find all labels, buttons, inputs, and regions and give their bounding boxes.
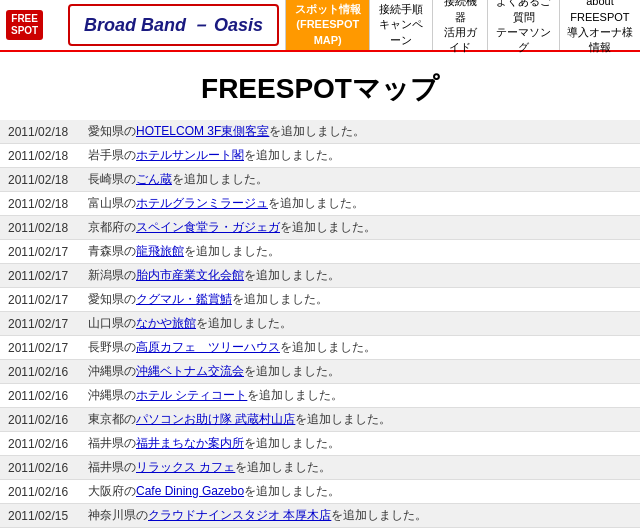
table-row: 2011/02/16福井県のリラックス カフェを追加しました。 — [0, 456, 640, 480]
text-after: を追加しました。 — [269, 124, 365, 138]
nav-spot-info[interactable]: スポット情報 (FREESPOT MAP) — [285, 0, 369, 50]
date-cell: 2011/02/17 — [0, 336, 80, 360]
text-after: を追加しました。 — [184, 244, 280, 258]
date-cell: 2011/02/17 — [0, 264, 80, 288]
text-before: 岩手県の — [88, 148, 136, 162]
table-row: 2011/02/15神奈川県のクラウドナインスタジオ 本厚木店を追加しました。 — [0, 504, 640, 528]
spot-link[interactable]: ホテル シティコート — [136, 388, 247, 402]
content-cell: 神奈川県のクラウドナインスタジオ 本厚木店を追加しました。 — [80, 504, 640, 528]
text-before: 沖縄県の — [88, 364, 136, 378]
date-cell: 2011/02/16 — [0, 456, 80, 480]
spot-link[interactable]: 胎内市産業文化会館 — [136, 268, 244, 282]
spot-link[interactable]: リラックス カフェ — [136, 460, 235, 474]
text-before: 福井県の — [88, 436, 136, 450]
text-before: 新潟県の — [88, 268, 136, 282]
spot-link[interactable]: ホテルグランミラージュ — [136, 196, 268, 210]
spot-link[interactable]: ごん蔵 — [136, 172, 172, 186]
text-before: 富山県の — [88, 196, 136, 210]
spot-link[interactable]: なかや旅館 — [136, 316, 196, 330]
spot-link[interactable]: Cafe Dining Gazebo — [136, 484, 244, 498]
text-before: 長野県の — [88, 340, 136, 354]
nav-faq[interactable]: よくあるご質問 テーマソング — [487, 0, 558, 50]
spot-link[interactable]: クラウドナインスタジオ 本厚木店 — [148, 508, 331, 522]
text-after: を追加しました。 — [247, 388, 343, 402]
spot-link[interactable]: HOTELCOM 3F東側客室 — [136, 124, 269, 138]
text-after: を追加しました。 — [280, 340, 376, 354]
spot-link[interactable]: 高原カフェ ツリーハウス — [136, 340, 280, 354]
spot-link[interactable]: 龍飛旅館 — [136, 244, 184, 258]
table-row: 2011/02/18富山県のホテルグランミラージュを追加しました。 — [0, 192, 640, 216]
text-after: を追加しました。 — [196, 316, 292, 330]
spot-link[interactable]: スペイン食堂ラ・ガジェガ — [136, 220, 280, 234]
text-before: 大阪府の — [88, 484, 136, 498]
text-before: 山口県の — [88, 316, 136, 330]
nav-equipment[interactable]: 接続機器 活用ガイド — [432, 0, 487, 50]
date-cell: 2011/02/16 — [0, 384, 80, 408]
spot-link[interactable]: クグマル・鑑賞鯖 — [136, 292, 232, 306]
text-before: 愛知県の — [88, 292, 136, 306]
text-before: 京都府の — [88, 220, 136, 234]
nav-connection[interactable]: 接続手順 キャンペーン — [369, 0, 432, 50]
page-title-area: FREESPOTマップ — [0, 52, 640, 120]
text-before: 福井県の — [88, 460, 136, 474]
table-row: 2011/02/16沖縄県の沖縄ベトナム交流会を追加しました。 — [0, 360, 640, 384]
table-row: 2011/02/18岩手県のホテルサンルート閣を追加しました。 — [0, 144, 640, 168]
content-cell: 沖縄県の沖縄ベトナム交流会を追加しました。 — [80, 360, 640, 384]
text-after: を追加しました。 — [244, 148, 340, 162]
content-cell: 富山県のホテルグランミラージュを追加しました。 — [80, 192, 640, 216]
table-row: 2011/02/16沖縄県のホテル シティコートを追加しました。 — [0, 384, 640, 408]
page-title: FREESPOTマップ — [20, 70, 620, 108]
table-row: 2011/02/18愛知県のHOTELCOM 3F東側客室を追加しました。 — [0, 120, 640, 144]
content-cell: 岩手県のホテルサンルート閣を追加しました。 — [80, 144, 640, 168]
content-cell: 福井県のリラックス カフェを追加しました。 — [80, 456, 640, 480]
content-cell: 青森県の龍飛旅館を追加しました。 — [80, 240, 640, 264]
content-cell: 長野県の高原カフェ ツリーハウスを追加しました。 — [80, 336, 640, 360]
spot-link[interactable]: パソコンお助け隊 武蔵村山店 — [136, 412, 295, 426]
logo-area: FREE SPOT — [0, 0, 68, 50]
content-cell: 愛知県のクグマル・鑑賞鯖を追加しました。 — [80, 288, 640, 312]
table-row: 2011/02/17愛知県のクグマル・鑑賞鯖を追加しました。 — [0, 288, 640, 312]
content-cell: 新潟県の胎内市産業文化会館を追加しました。 — [80, 264, 640, 288]
table-row: 2011/02/16大阪府のCafe Dining Gazeboを追加しました。 — [0, 480, 640, 504]
text-after: を追加しました。 — [232, 292, 328, 306]
nav-about[interactable]: about FREESPOT 導入オーナ様情報 — [559, 0, 640, 50]
date-cell: 2011/02/16 — [0, 432, 80, 456]
table-row: 2011/02/18長崎県のごん蔵を追加しました。 — [0, 168, 640, 192]
text-after: を追加しました。 — [244, 364, 340, 378]
spot-link[interactable]: ホテルサンルート閣 — [136, 148, 244, 162]
date-cell: 2011/02/18 — [0, 168, 80, 192]
table-row: 2011/02/16東京都のパソコンお助け隊 武蔵村山店を追加しました。 — [0, 408, 640, 432]
text-after: を追加しました。 — [244, 484, 340, 498]
text-after: を追加しました。 — [235, 460, 331, 474]
date-cell: 2011/02/17 — [0, 312, 80, 336]
header: FREE SPOT Broad Band － Oasis スポット情報 (FRE… — [0, 0, 640, 52]
date-cell: 2011/02/16 — [0, 480, 80, 504]
text-before: 愛知県の — [88, 124, 136, 138]
text-before: 長崎県の — [88, 172, 136, 186]
spot-link[interactable]: 福井まちなか案内所 — [136, 436, 244, 450]
date-cell: 2011/02/16 — [0, 408, 80, 432]
date-cell: 2011/02/18 — [0, 144, 80, 168]
text-before: 東京都の — [88, 412, 136, 426]
date-cell: 2011/02/18 — [0, 120, 80, 144]
date-cell: 2011/02/18 — [0, 192, 80, 216]
brand-text: Broad Band － Oasis — [84, 13, 263, 37]
text-before: 青森県の — [88, 244, 136, 258]
date-cell: 2011/02/15 — [0, 504, 80, 528]
date-cell: 2011/02/17 — [0, 288, 80, 312]
table-row: 2011/02/17青森県の龍飛旅館を追加しました。 — [0, 240, 640, 264]
nav-area: スポット情報 (FREESPOT MAP) 接続手順 キャンペーン 接続機器 活… — [285, 0, 640, 50]
content-cell: 京都府のスペイン食堂ラ・ガジェガを追加しました。 — [80, 216, 640, 240]
text-after: を追加しました。 — [280, 220, 376, 234]
text-after: を追加しました。 — [268, 196, 364, 210]
content-cell: 長崎県のごん蔵を追加しました。 — [80, 168, 640, 192]
date-cell: 2011/02/17 — [0, 240, 80, 264]
spot-link[interactable]: 沖縄ベトナム交流会 — [136, 364, 244, 378]
table-row: 2011/02/16福井県の福井まちなか案内所を追加しました。 — [0, 432, 640, 456]
text-before: 沖縄県の — [88, 388, 136, 402]
text-after: を追加しました。 — [331, 508, 427, 522]
content-cell: 東京都のパソコンお助け隊 武蔵村山店を追加しました。 — [80, 408, 640, 432]
content-cell: 愛知県のHOTELCOM 3F東側客室を追加しました。 — [80, 120, 640, 144]
date-cell: 2011/02/16 — [0, 360, 80, 384]
date-cell: 2011/02/18 — [0, 216, 80, 240]
